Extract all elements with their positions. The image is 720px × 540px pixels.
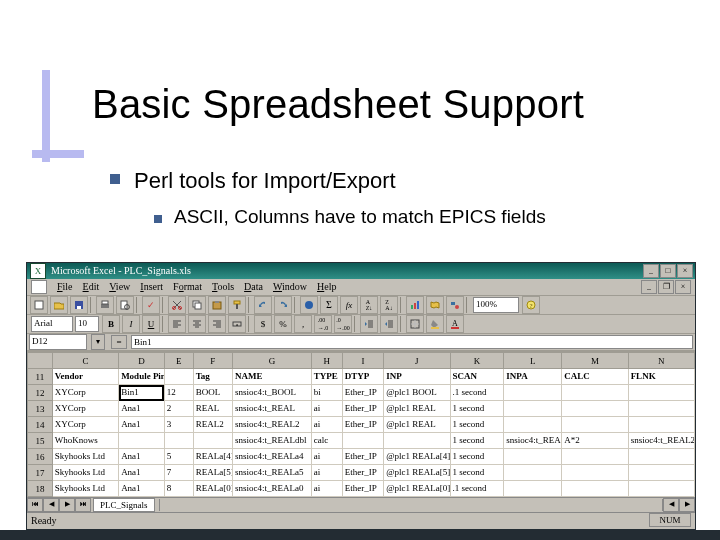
cell[interactable]: snsioc4:t_REAL2 [233,417,312,433]
cell[interactable]: snsioc4:t_REAL2 [504,433,562,449]
cell[interactable] [628,449,694,465]
menu-window[interactable]: Window [273,279,307,295]
cell[interactable]: Ana1 [119,449,165,465]
cell[interactable]: snsioc4:t_REALa5 [233,465,312,481]
menu-insert[interactable]: Insert [140,279,163,295]
cell[interactable]: 3 [164,417,193,433]
document-icon[interactable] [31,280,47,294]
decrease-indent-icon[interactable] [360,315,378,333]
column-header-M[interactable]: M [562,353,628,369]
cell[interactable]: Skyhooks Ltd [52,465,118,481]
column-header-L[interactable]: L [504,353,562,369]
cell[interactable]: Skyhooks Ltd [52,481,118,497]
menu-tools[interactable]: Tools [212,279,234,295]
cell[interactable]: .1 second [450,481,504,497]
cell[interactable]: .1 second [450,385,504,401]
column-header-G[interactable]: G [233,353,312,369]
cell[interactable]: Bin1 [119,385,165,401]
cell[interactable]: Ether_IP [342,465,383,481]
cell[interactable]: REALa[5] [193,465,232,481]
cell[interactable]: @plc1 REALa[4] [384,449,450,465]
drawing-icon[interactable] [446,296,464,314]
cell[interactable] [562,481,628,497]
autosum-icon[interactable]: Σ [320,296,338,314]
cell[interactable]: 1 second [450,465,504,481]
decrease-decimal-icon[interactable]: .0→.00 [334,315,352,333]
cell[interactable]: 12 [164,385,193,401]
row-header[interactable]: 11 [28,369,53,385]
cell[interactable]: 5 [164,449,193,465]
align-right-icon[interactable] [208,315,226,333]
cell[interactable]: Ana1 [119,401,165,417]
cell[interactable] [504,385,562,401]
row-header[interactable]: 15 [28,433,53,449]
maximize-button[interactable]: □ [660,264,676,278]
cell[interactable] [504,481,562,497]
cell[interactable]: 1 second [450,417,504,433]
zoom-combo[interactable]: 100% [473,297,519,313]
cell[interactable] [562,465,628,481]
underline-icon[interactable]: U [142,315,160,333]
column-header-J[interactable]: J [384,353,450,369]
cell[interactable] [562,417,628,433]
sheet-nav-prev-icon[interactable]: ◀ [43,498,59,512]
menu-view[interactable]: View [109,279,130,295]
cell[interactable]: snsioc4:t_REALa0 [233,481,312,497]
child-restore-button[interactable]: ❐ [658,280,674,294]
cell[interactable] [504,465,562,481]
new-icon[interactable] [30,296,48,314]
increase-indent-icon[interactable] [380,315,398,333]
row-header[interactable]: 13 [28,401,53,417]
print-icon[interactable] [96,296,114,314]
cell[interactable] [562,385,628,401]
copy-icon[interactable] [188,296,206,314]
hyperlink-icon[interactable] [300,296,318,314]
cell[interactable]: Ether_IP [342,385,383,401]
row-header[interactable]: 14 [28,417,53,433]
cell[interactable] [193,433,232,449]
cell[interactable] [504,417,562,433]
menu-help[interactable]: Help [317,279,336,295]
cell[interactable]: @plc1 REAL [384,417,450,433]
sheet-tab[interactable]: PLC_Signals [93,498,155,512]
open-icon[interactable] [50,296,68,314]
header-cell[interactable]: FLNK [628,369,694,385]
scroll-right-icon[interactable]: ▶ [679,498,695,512]
cell[interactable]: @plc1 BOOL [384,385,450,401]
column-header-I[interactable]: I [342,353,383,369]
cell[interactable]: Ether_IP [342,481,383,497]
sheet-nav-next-icon[interactable]: ▶ [59,498,75,512]
row-header[interactable]: 12 [28,385,53,401]
cell[interactable]: snsioc4:t_REAL2 [628,433,694,449]
cell[interactable] [504,449,562,465]
menu-file[interactable]: File [57,279,73,295]
percent-icon[interactable]: % [274,315,292,333]
cell[interactable]: Ether_IP [342,449,383,465]
formula-input[interactable]: Bin1 [131,335,693,349]
row-header[interactable]: 18 [28,481,53,497]
font-size-combo[interactable]: 10 [75,316,99,332]
menu-data[interactable]: Data [244,279,263,295]
cell[interactable]: 1 second [450,449,504,465]
cell[interactable]: 7 [164,465,193,481]
select-all-corner[interactable] [28,353,53,369]
header-cell[interactable]: SCAN [450,369,504,385]
column-header-H[interactable]: H [311,353,342,369]
font-name-combo[interactable]: Arial [31,316,73,332]
cell[interactable]: WhoKnows [52,433,118,449]
header-cell[interactable]: Tag [193,369,232,385]
cell[interactable]: ai [311,401,342,417]
cell[interactable] [119,433,165,449]
cell[interactable]: Ana1 [119,465,165,481]
chart-wizard-icon[interactable] [406,296,424,314]
formula-equals-button[interactable]: = [111,335,127,349]
header-cell[interactable]: INP [384,369,450,385]
cell[interactable]: REALa[0] [193,481,232,497]
header-cell[interactable]: Vendor [52,369,118,385]
fill-color-icon[interactable] [426,315,444,333]
worksheet-grid[interactable]: CDEFGHIJKLMN11VendorModule PinTagNAMETYP… [27,351,695,497]
scroll-left-icon[interactable]: ◀ [663,498,679,512]
undo-icon[interactable] [254,296,272,314]
sort-desc-icon[interactable]: ZA↓ [380,296,398,314]
cell[interactable]: A*2 [562,433,628,449]
